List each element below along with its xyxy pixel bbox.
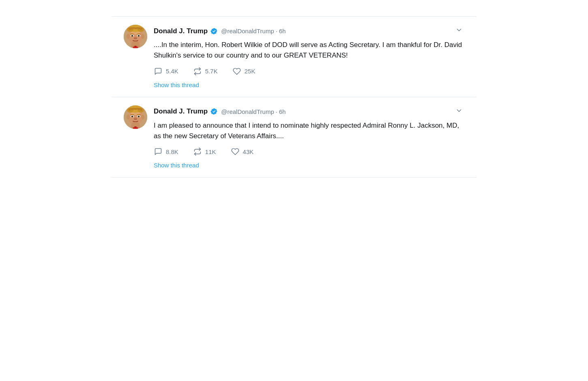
like-icon (231, 147, 240, 156)
svg-point-12 (139, 35, 139, 36)
tweet-actions: 8.8K 11K (154, 147, 464, 156)
like-icon (232, 67, 241, 76)
tweet-header-left: Donald J. Trump @realDonaldTrump · 6h (154, 107, 286, 116)
tweet-feed: Donald J. Trump @realDonaldTrump · 6h (112, 0, 476, 194)
retweet-action[interactable]: 5.7K (193, 67, 218, 76)
verified-icon (210, 108, 218, 115)
svg-point-31 (131, 122, 139, 126)
tweet-item: Donald J. Trump @realDonaldTrump · 6h (112, 16, 476, 97)
like-action[interactable]: 43K (231, 147, 254, 156)
reply-count: 8.8K (166, 148, 178, 155)
tweet-time: 6h (279, 108, 286, 115)
avatar[interactable] (124, 25, 147, 48)
svg-point-28 (132, 116, 133, 117)
retweet-icon (193, 67, 202, 76)
tweet-header: Donald J. Trump @realDonaldTrump · 6h (154, 105, 464, 118)
svg-point-33 (141, 115, 144, 120)
retweet-action[interactable]: 11K (193, 147, 216, 156)
retweet-count: 5.7K (205, 68, 218, 75)
tweet-actions: 5.4K 5.7K (154, 67, 464, 76)
chevron-down-icon[interactable] (454, 105, 464, 118)
tweet-body: Donald J. Trump @realDonaldTrump · 6h (154, 25, 464, 89)
svg-point-9 (131, 35, 133, 36)
svg-point-16 (141, 34, 144, 39)
display-name: Donald J. Trump (154, 27, 208, 35)
verified-icon (210, 28, 218, 35)
dot-separator: · (276, 28, 277, 34)
retweet-icon (193, 147, 202, 156)
reply-action[interactable]: 8.8K (154, 147, 178, 156)
svg-point-15 (127, 34, 130, 39)
reply-action[interactable]: 5.4K (154, 67, 178, 76)
svg-point-14 (131, 41, 139, 45)
tweet-text: ....In the interim, Hon. Robert Wilkie o… (154, 40, 464, 61)
svg-point-10 (138, 35, 140, 36)
tweet-header-left: Donald J. Trump @realDonaldTrump · 6h (154, 27, 286, 35)
username: @realDonaldTrump (221, 108, 274, 115)
show-thread-link[interactable]: Show this thread (154, 81, 199, 88)
retweet-count: 11K (205, 148, 216, 155)
tweet-text: I am pleased to announce that I intend t… (154, 120, 464, 142)
tweet-header: Donald J. Trump @realDonaldTrump · 6h (154, 25, 464, 37)
svg-point-26 (131, 116, 133, 117)
dot-separator: · (276, 108, 277, 115)
reply-icon (154, 67, 163, 76)
show-thread-link[interactable]: Show this thread (154, 162, 199, 169)
like-action[interactable]: 25K (232, 67, 255, 76)
reply-icon (154, 147, 163, 156)
like-count: 43K (243, 148, 254, 155)
display-name: Donald J. Trump (154, 107, 208, 116)
svg-point-27 (138, 116, 140, 117)
like-count: 25K (245, 68, 255, 75)
reply-count: 5.4K (166, 68, 178, 75)
tweet-time: 6h (279, 28, 286, 34)
svg-point-32 (127, 115, 130, 120)
tweet-body: Donald J. Trump @realDonaldTrump · 6h (154, 105, 464, 169)
svg-point-29 (139, 116, 139, 117)
avatar[interactable] (124, 105, 147, 129)
svg-point-11 (132, 35, 133, 36)
username: @realDonaldTrump (221, 28, 274, 34)
chevron-down-icon[interactable] (454, 25, 464, 37)
tweet-item: Donald J. Trump @realDonaldTrump · 6h (112, 97, 476, 178)
